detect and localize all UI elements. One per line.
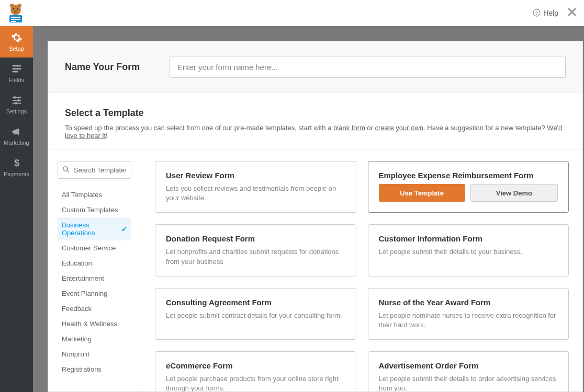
name-form-section: Name Your Form — [48, 41, 582, 93]
svg-rect-12 — [12, 65, 21, 67]
svg-rect-7 — [11, 17, 20, 18]
sidebar-label: Settings — [6, 108, 27, 114]
svg-point-20 — [14, 102, 17, 105]
sidebar-label: Marketing — [4, 140, 29, 146]
category-feedback[interactable]: Feedback — [58, 301, 131, 316]
category-marketing[interactable]: Marketing — [58, 331, 131, 347]
category-health-wellness[interactable]: Health & Wellness — [58, 316, 131, 331]
template-grid: User Review Form Lets you collect review… — [155, 161, 569, 391]
help-label: Help — [543, 9, 558, 17]
sidebar: Setup Fields Settings Marketing $ Paymen… — [0, 26, 33, 392]
svg-point-16 — [14, 96, 16, 99]
template-title: Customer Information Form — [379, 234, 558, 243]
sidebar-item-settings[interactable]: Settings — [0, 89, 33, 120]
svg-text:?: ? — [535, 10, 538, 16]
close-button[interactable] — [568, 7, 576, 19]
sliders-icon — [11, 95, 23, 106]
template-card[interactable]: Advertisement Order Form Let people subm… — [368, 351, 569, 391]
setup-panel: Name Your Form Select a Template To spee… — [48, 41, 583, 392]
check-icon: ✔ — [121, 225, 127, 233]
select-template-section: Select a Template To speed up the proces… — [48, 93, 582, 149]
category-entertainment[interactable]: Entertainment — [58, 271, 131, 286]
svg-rect-9 — [11, 21, 16, 22]
template-title: Consulting Agreement Form — [166, 298, 345, 307]
template-title: Employee Expense Reimbursement Form — [379, 171, 558, 180]
template-desc: Lets you collect reviews and testimonial… — [166, 184, 345, 203]
select-template-title: Select a Template — [65, 108, 566, 119]
category-nonprofit[interactable]: Nonprofit — [58, 347, 131, 362]
svg-point-2 — [17, 4, 21, 8]
category-custom-templates[interactable]: Custom Templates — [58, 202, 131, 217]
sidebar-item-payments[interactable]: $ Payments — [0, 152, 33, 183]
create-your-own-link[interactable]: create your own — [375, 124, 424, 132]
template-card-highlighted[interactable]: Employee Expense Reimbursement Form Use … — [368, 161, 569, 213]
template-card[interactable]: Donation Request Form Let nonprofits and… — [155, 224, 356, 276]
category-all-templates[interactable]: All Templates — [58, 187, 131, 202]
megaphone-icon — [11, 126, 23, 137]
template-card[interactable]: User Review Form Lets you collect review… — [155, 161, 356, 213]
name-form-label: Name Your Form — [65, 62, 170, 73]
template-desc: Let nonprofits and charities submit requ… — [166, 247, 345, 266]
sidebar-label: Payments — [4, 171, 29, 177]
top-bar: ? Help — [0, 0, 584, 26]
main-area: Name Your Form Select a Template To spee… — [33, 26, 584, 392]
template-desc: Let people nominate nurses to receive ex… — [379, 311, 558, 330]
select-template-subtitle: To speed up the process you can select f… — [65, 124, 566, 140]
template-desc: Let people submit their details to order… — [379, 374, 558, 391]
close-icon — [568, 8, 576, 16]
templates-grid-panel: User Review Form Lets you collect review… — [141, 149, 582, 391]
template-title: User Review Form — [166, 171, 345, 180]
category-list: All Templates Custom Templates Business … — [58, 187, 131, 377]
form-name-input[interactable] — [170, 56, 566, 78]
svg-point-1 — [10, 4, 14, 8]
svg-rect-13 — [12, 68, 21, 70]
svg-point-18 — [17, 99, 20, 102]
search-wrap — [58, 161, 131, 179]
sidebar-item-setup[interactable]: Setup — [0, 26, 33, 57]
category-business-operations[interactable]: Business Operations✔ — [58, 217, 131, 240]
template-desc: Let people purchase products from your o… — [166, 374, 345, 391]
svg-point-5 — [14, 10, 17, 13]
use-template-button[interactable]: Use Template — [379, 184, 465, 202]
template-actions: Use Template View Demo — [379, 184, 558, 202]
template-browser: All Templates Custom Templates Business … — [48, 149, 582, 391]
template-card[interactable]: Nurse of the Year Award Form Let people … — [368, 288, 569, 340]
blank-form-link[interactable]: blank form — [333, 124, 365, 132]
sidebar-item-marketing[interactable]: Marketing — [0, 120, 33, 152]
svg-point-4 — [17, 8, 19, 9]
svg-text:$: $ — [14, 157, 19, 168]
svg-rect-8 — [11, 19, 20, 20]
template-categories-panel: All Templates Custom Templates Business … — [48, 149, 141, 391]
help-icon: ? — [533, 9, 541, 17]
sidebar-label: Fields — [9, 77, 24, 83]
template-card[interactable]: eCommerce Form Let people purchase produ… — [155, 351, 356, 391]
fields-icon — [11, 63, 23, 75]
category-customer-service[interactable]: Customer Service — [58, 240, 131, 256]
gear-icon — [11, 32, 23, 43]
category-event-planning[interactable]: Event Planning — [58, 286, 131, 301]
svg-rect-14 — [12, 71, 18, 73]
sidebar-item-fields[interactable]: Fields — [0, 57, 33, 89]
svg-point-22 — [63, 167, 68, 171]
svg-point-3 — [13, 8, 15, 9]
category-education[interactable]: Education — [58, 256, 131, 271]
template-desc: Let people submit their details to your … — [379, 247, 558, 257]
search-icon — [62, 166, 70, 174]
template-desc: Let people submit contract details for y… — [166, 311, 345, 320]
view-demo-button[interactable]: View Demo — [470, 184, 558, 202]
template-card[interactable]: Consulting Agreement Form Let people sub… — [155, 288, 356, 340]
top-right: ? Help — [533, 7, 576, 19]
template-title: Advertisement Order Form — [379, 361, 558, 370]
category-registrations[interactable]: Registrations — [58, 362, 131, 377]
svg-line-23 — [67, 170, 69, 172]
template-card[interactable]: Customer Information Form Let people sub… — [368, 224, 569, 276]
template-title: Donation Request Form — [166, 234, 345, 243]
dollar-icon: $ — [11, 157, 23, 169]
template-title: Nurse of the Year Award Form — [379, 298, 558, 307]
app-logo — [5, 3, 26, 24]
help-link[interactable]: ? Help — [533, 9, 558, 17]
template-title: eCommerce Form — [166, 361, 345, 370]
sidebar-label: Setup — [9, 45, 24, 52]
